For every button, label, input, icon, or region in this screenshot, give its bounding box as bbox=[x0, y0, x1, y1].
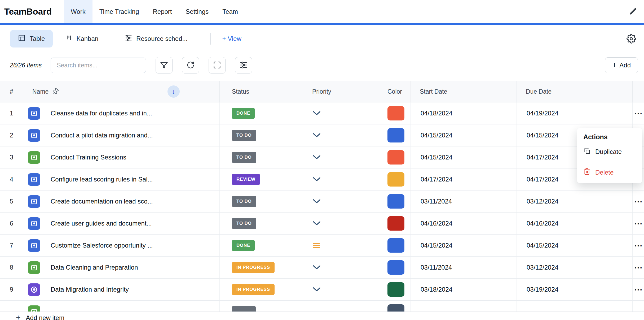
table-row[interactable]: 5 Create documentation on lead sco... TO… bbox=[0, 191, 644, 213]
pin-icon[interactable] bbox=[51, 87, 60, 96]
priority-cell[interactable] bbox=[301, 301, 379, 312]
chevron-down-icon[interactable] bbox=[313, 111, 321, 116]
color-swatch[interactable] bbox=[387, 282, 404, 297]
priority-lines-icon[interactable] bbox=[313, 243, 320, 248]
search-input[interactable] bbox=[51, 58, 146, 73]
start-date[interactable]: 03/11/2024 bbox=[411, 191, 517, 212]
table-row[interactable]: 8 Data Cleaning and Preparation IN PROGR… bbox=[0, 257, 644, 279]
color-swatch[interactable] bbox=[387, 216, 404, 231]
fullscreen-button[interactable] bbox=[209, 57, 226, 73]
column-header-status[interactable]: Status bbox=[220, 81, 301, 102]
add-item-button[interactable]: + Add bbox=[605, 57, 638, 73]
due-date[interactable]: 03/19/2024 bbox=[517, 279, 633, 300]
priority-cell[interactable] bbox=[301, 124, 379, 146]
due-date[interactable]: 04/16/2024 bbox=[517, 213, 633, 234]
column-header-start-date[interactable]: Start Date bbox=[411, 81, 517, 102]
chevron-down-icon[interactable] bbox=[313, 265, 321, 270]
nav-tab-team[interactable]: Team bbox=[215, 0, 245, 23]
priority-cell[interactable] bbox=[301, 279, 379, 300]
item-name[interactable]: Conduct Training Sessions bbox=[51, 154, 126, 161]
column-header-due-date[interactable]: Due Date bbox=[517, 81, 633, 102]
customize-columns-button[interactable] bbox=[235, 57, 252, 73]
table-row[interactable]: 3 Conduct Training Sessions TO DO 04/15/… bbox=[0, 146, 644, 168]
status-badge[interactable]: TO DO bbox=[232, 152, 256, 163]
color-swatch[interactable] bbox=[387, 106, 404, 120]
color-swatch[interactable] bbox=[387, 304, 404, 312]
start-date[interactable]: 04/15/2024 bbox=[411, 124, 517, 146]
due-date[interactable] bbox=[517, 301, 633, 312]
filter-button[interactable] bbox=[156, 57, 173, 73]
item-name[interactable]: Customize Salesforce opportunity ... bbox=[51, 242, 153, 249]
start-date[interactable]: 04/16/2024 bbox=[411, 213, 517, 234]
menu-item-duplicate[interactable]: Duplicate bbox=[577, 144, 642, 159]
row-menu-button[interactable]: ⋯ bbox=[634, 263, 643, 272]
due-date[interactable]: 03/12/2024 bbox=[517, 191, 633, 212]
chevron-down-icon[interactable] bbox=[313, 221, 321, 226]
item-name[interactable]: Create user guides and document... bbox=[51, 220, 152, 227]
start-date[interactable]: 04/15/2024 bbox=[411, 146, 517, 168]
view-tab-resource-scheduling[interactable]: Resource sched... bbox=[125, 34, 187, 43]
column-header-number[interactable]: # bbox=[0, 81, 23, 102]
column-header-priority[interactable]: Priority bbox=[301, 81, 379, 102]
chevron-down-icon[interactable] bbox=[313, 287, 321, 292]
view-tab-kanban[interactable]: Kanban bbox=[65, 34, 98, 43]
column-header-color[interactable]: Color bbox=[379, 81, 411, 102]
status-badge[interactable] bbox=[232, 306, 256, 312]
row-menu-button[interactable]: ⋯ bbox=[634, 197, 643, 206]
start-date[interactable]: 04/18/2024 bbox=[411, 102, 517, 124]
color-swatch[interactable] bbox=[387, 128, 404, 142]
start-date[interactable]: 04/15/2024 bbox=[411, 235, 517, 256]
nav-tab-report[interactable]: Report bbox=[146, 0, 179, 23]
start-date[interactable]: 03/11/2024 bbox=[411, 257, 517, 278]
item-name[interactable]: Configure lead scoring rules in Sal... bbox=[51, 176, 153, 183]
table-row[interactable]: 1 Cleanse data for duplicates and in... … bbox=[0, 102, 644, 124]
due-date[interactable]: 03/12/2024 bbox=[517, 257, 633, 278]
table-row[interactable]: ⋯ bbox=[0, 301, 644, 312]
due-date[interactable]: 04/19/2024 bbox=[517, 102, 633, 124]
priority-cell[interactable] bbox=[301, 191, 379, 212]
row-menu-button[interactable]: ⋯ bbox=[634, 109, 643, 118]
status-badge[interactable]: IN PROGRESS bbox=[232, 284, 275, 295]
status-badge[interactable]: TO DO bbox=[232, 130, 256, 141]
start-date[interactable]: 04/17/2024 bbox=[411, 168, 517, 190]
priority-cell[interactable] bbox=[301, 146, 379, 168]
row-menu-button[interactable]: ⋯ bbox=[634, 219, 643, 228]
color-swatch[interactable] bbox=[387, 194, 404, 209]
edit-pencil-icon[interactable] bbox=[629, 7, 637, 16]
table-row[interactable]: 6 Create user guides and document... TO … bbox=[0, 213, 644, 235]
add-new-item-row[interactable]: + Add new item bbox=[0, 312, 644, 320]
item-name[interactable]: Cleanse data for duplicates and in... bbox=[51, 110, 152, 117]
nav-tab-settings[interactable]: Settings bbox=[179, 0, 216, 23]
status-badge[interactable]: TO DO bbox=[232, 218, 256, 229]
column-header-name[interactable]: Name ↓ bbox=[23, 81, 182, 102]
priority-cell[interactable] bbox=[301, 102, 379, 124]
nav-tab-time-tracking[interactable]: Time Tracking bbox=[92, 0, 146, 23]
status-badge[interactable]: DONE bbox=[232, 240, 255, 251]
priority-cell[interactable] bbox=[301, 257, 379, 278]
chevron-down-icon[interactable] bbox=[313, 177, 321, 182]
start-date[interactable]: 03/18/2024 bbox=[411, 279, 517, 300]
table-row[interactable]: 9 Data Migration and Integrity IN PROGRE… bbox=[0, 279, 644, 301]
table-row[interactable]: 4 Configure lead scoring rules in Sal...… bbox=[0, 168, 644, 191]
priority-cell[interactable] bbox=[301, 168, 379, 190]
item-name[interactable]: Conduct a pilot data migration and... bbox=[51, 132, 153, 139]
status-badge[interactable]: IN PROGRESS bbox=[232, 262, 275, 273]
table-row[interactable]: 7 Customize Salesforce opportunity ... D… bbox=[0, 235, 644, 257]
view-tab-table[interactable]: Table bbox=[10, 30, 53, 47]
sort-indicator-icon[interactable]: ↓ bbox=[167, 85, 180, 98]
table-row[interactable]: 2 Conduct a pilot data migration and... … bbox=[0, 124, 644, 146]
priority-cell[interactable] bbox=[301, 235, 379, 256]
settings-gear-icon[interactable] bbox=[627, 34, 636, 44]
nav-tab-work[interactable]: Work bbox=[64, 0, 92, 23]
start-date[interactable] bbox=[411, 301, 517, 312]
row-menu-button[interactable]: ⋯ bbox=[634, 285, 643, 294]
item-name[interactable]: Data Migration and Integrity bbox=[51, 286, 129, 293]
chevron-down-icon[interactable] bbox=[313, 199, 321, 204]
add-view-button[interactable]: + View bbox=[222, 35, 241, 42]
color-swatch[interactable] bbox=[387, 172, 404, 187]
item-name[interactable]: Create documentation on lead sco... bbox=[51, 198, 153, 205]
refresh-button[interactable] bbox=[182, 57, 199, 73]
row-menu-button[interactable]: ⋯ bbox=[634, 241, 643, 250]
priority-cell[interactable] bbox=[301, 213, 379, 234]
chevron-down-icon[interactable] bbox=[313, 133, 321, 138]
